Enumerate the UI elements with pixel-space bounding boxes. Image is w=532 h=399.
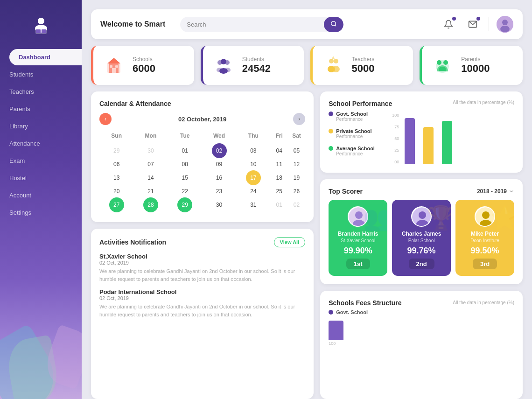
calendar-next-button[interactable]: › [293, 113, 305, 125]
cal-day[interactable]: 21 [133, 187, 168, 196]
cal-day[interactable]: 17 [236, 169, 270, 187]
scorer-school-2: Polar School [408, 238, 435, 243]
sidebar-item-teachers[interactable]: Teachers [0, 84, 82, 100]
cal-day[interactable]: 02 [202, 142, 236, 160]
cal-day[interactable]: 14 [133, 169, 168, 187]
calendar-month: 02 October, 2019 [178, 116, 226, 123]
cal-day[interactable]: 16 [202, 169, 236, 187]
cal-day[interactable]: 02 [288, 196, 305, 214]
legend-govt: Govt. School Performance [329, 111, 385, 122]
fees-bar-area [329, 317, 514, 340]
fees-bar-govt [329, 321, 343, 340]
cal-day[interactable]: 05 [288, 142, 305, 160]
cal-day[interactable]: 20 [99, 187, 133, 196]
year-value: 2018 - 2019 [477, 188, 507, 195]
scorer-name-2: Charles James [402, 231, 441, 238]
sidebar-item-dashboard[interactable]: Dashboard [9, 49, 82, 65]
cal-day[interactable]: 08 [168, 160, 202, 169]
cal-day[interactable]: 04 [270, 142, 287, 160]
scorer-bg-icon-3: ⭐ [490, 204, 514, 231]
sidebar-item-account[interactable]: Account [0, 187, 82, 203]
sidebar-item-attendance[interactable]: Attendance [0, 135, 82, 152]
parents-icon [431, 54, 454, 77]
sidebar-item-parents[interactable]: Parents [0, 101, 82, 117]
cal-day[interactable]: 27 [99, 196, 133, 214]
top-scorer-header: Top Scorer 2018 - 2019 [329, 188, 514, 195]
fees-dot [329, 310, 333, 315]
legend-average: Average School Performance [329, 146, 385, 156]
svg-rect-4 [42, 29, 46, 33]
year-select[interactable]: 2018 - 2019 [477, 188, 514, 195]
calendar-card: Calendar & Attendance ‹ 02 October, 2019… [91, 91, 314, 222]
cal-day[interactable]: 28 [133, 196, 168, 214]
students-value: 24542 [242, 63, 271, 75]
cal-day[interactable]: 09 [202, 160, 236, 169]
svg-point-10 [502, 20, 508, 25]
svg-rect-17 [115, 65, 118, 68]
sidebar-item-settings[interactable]: Settings [0, 204, 82, 221]
sidebar-item-library[interactable]: Library [0, 118, 82, 134]
cal-day[interactable]: 19 [288, 169, 305, 187]
scorer-pct-2: 99.76% [407, 246, 436, 256]
email-button[interactable] [464, 16, 481, 33]
calendar-prev-button[interactable]: ‹ [99, 113, 112, 125]
header-title: Welcome to Smart [100, 20, 165, 28]
top-scorer-card: Top Scorer 2018 - 2019 👥 Branden Harris [320, 179, 523, 284]
cal-day[interactable]: 11 [270, 160, 287, 169]
cal-day[interactable]: 26 [288, 187, 305, 196]
cal-day[interactable]: 01 [270, 196, 287, 214]
activities-card: Activities Notification View All St.Xavi… [91, 229, 314, 399]
cal-day[interactable]: 25 [270, 187, 287, 196]
stat-info-schools: Schools 6000 [133, 56, 155, 75]
sidebar-item-exam[interactable]: Exam [0, 153, 82, 169]
sidebar-decoration [0, 296, 82, 399]
svg-point-27 [332, 66, 340, 72]
activity-desc-0: We are planning to celebrate Gandhi Jaya… [99, 267, 305, 283]
sidebar: Dashboard Students Teachers Parents Libr… [0, 0, 82, 399]
cal-day[interactable]: 03 [236, 142, 270, 160]
cal-day[interactable]: 12 [288, 160, 305, 169]
scorer-pct-3: 99.50% [471, 246, 499, 256]
cal-header-tue: Tue [168, 130, 202, 142]
cal-day[interactable]: 24 [236, 187, 270, 196]
cal-day[interactable]: 07 [133, 160, 168, 169]
svg-point-29 [437, 60, 441, 65]
sidebar-item-hostel[interactable]: Hostel [0, 170, 82, 186]
fees-legend: Govt. School [329, 309, 514, 315]
cal-day[interactable]: 30 [133, 142, 168, 160]
svg-point-32 [355, 211, 363, 219]
cal-day[interactable]: 29 [168, 196, 202, 214]
cal-day[interactable]: 15 [168, 169, 202, 187]
content-row: Calendar & Attendance ‹ 02 October, 2019… [91, 91, 523, 399]
svg-point-6 [331, 21, 336, 25]
search-button[interactable] [324, 17, 343, 32]
notification-bell-button[interactable] [440, 16, 457, 33]
scorer-pct-1: 99.90% [344, 246, 372, 256]
scorer-bg-icon-2: 🏆 [427, 204, 451, 231]
svg-line-7 [335, 25, 336, 26]
top-scorer-title: Top Scorer [329, 188, 363, 195]
performance-header: School Performance All the data in perce… [329, 100, 514, 107]
cal-day[interactable]: 01 [168, 142, 202, 160]
search-input[interactable] [180, 17, 324, 32]
scorer-name-1: Branden Harris [338, 231, 378, 238]
user-avatar[interactable] [497, 16, 513, 33]
legend-govt-name: Govt. School [336, 111, 368, 117]
cal-day[interactable]: 10 [236, 160, 270, 169]
cal-day[interactable]: 22 [168, 187, 202, 196]
scorer-card-2nd: 🏆 Charles James Polar School 99.76% 2nd [392, 200, 451, 276]
teachers-icon [322, 54, 344, 77]
cal-day[interactable]: 31 [236, 196, 270, 214]
cal-day[interactable]: 29 [99, 142, 133, 160]
svg-point-0 [38, 18, 44, 24]
cal-day[interactable]: 30 [202, 196, 236, 214]
calendar-header: ‹ 02 October, 2019 › [99, 113, 305, 125]
svg-marker-28 [331, 56, 335, 60]
sidebar-item-students[interactable]: Students [0, 66, 82, 83]
view-all-button[interactable]: View All [274, 237, 306, 247]
cal-day[interactable]: 06 [99, 160, 133, 169]
cal-day[interactable]: 13 [99, 169, 133, 187]
cal-day[interactable]: 23 [202, 187, 236, 196]
cal-day[interactable]: 18 [270, 169, 287, 187]
students-label: Students [242, 56, 271, 63]
